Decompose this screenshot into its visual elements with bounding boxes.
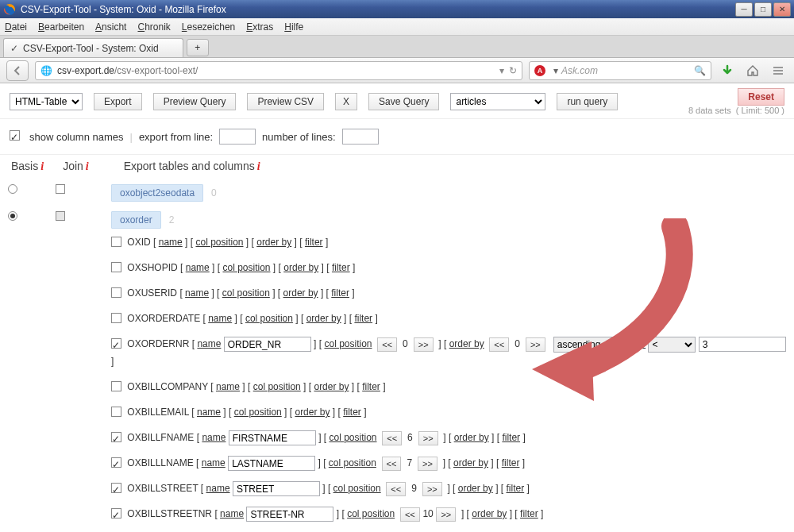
home-icon[interactable]	[743, 61, 762, 80]
menu-item[interactable]: Hilfe	[284, 21, 303, 33]
menu-bar: Datei Bearbeiten Ansicht Chronik Lesezei…	[0, 18, 794, 36]
menu-item[interactable]: Chronik	[137, 21, 170, 33]
search-icon[interactable]: 🔍	[694, 65, 706, 76]
chevron-down-icon[interactable]: ▾	[553, 65, 558, 76]
back-button[interactable]	[6, 60, 29, 81]
tab-bar: ✓ CSV-Export-Tool - System: Oxid +	[0, 36, 794, 58]
browser-tab[interactable]: ✓ CSV-Export-Tool - System: Oxid	[3, 38, 183, 57]
window-close-button[interactable]: ✕	[773, 2, 791, 17]
arrow-left-icon	[12, 65, 23, 76]
bookmarks-icon[interactable]	[769, 61, 788, 80]
url-path: /csv-export-tool-ext/	[114, 65, 198, 76]
window-title: CSV-Export-Tool - System: Oxid - Mozilla…	[21, 4, 226, 15]
svg-rect-3	[773, 73, 783, 75]
search-placeholder: Ask.com	[561, 65, 598, 76]
firefox-icon	[3, 3, 16, 16]
window-titlebar: CSV-Export-Tool - System: Oxid - Mozilla…	[0, 0, 794, 18]
globe-icon: 🌐	[40, 65, 52, 76]
window-maximize-button[interactable]: □	[754, 2, 772, 17]
new-tab-button[interactable]: +	[187, 39, 209, 56]
url-bar[interactable]: 🌐 csv-export.de/csv-export-tool-ext/ ▾ ↻	[35, 61, 522, 80]
svg-rect-1	[773, 67, 783, 68]
search-bar[interactable]: A ▾ Ask.com 🔍	[529, 61, 711, 80]
window-minimize-button[interactable]: ─	[735, 2, 753, 17]
menu-item[interactable]: Extras	[246, 21, 273, 33]
check-icon: ✓	[10, 43, 18, 54]
download-icon[interactable]	[718, 61, 737, 80]
menu-item[interactable]: Bearbeiten	[38, 21, 84, 33]
svg-rect-2	[773, 70, 783, 71]
nav-toolbar: 🌐 csv-export.de/csv-export-tool-ext/ ▾ ↻…	[0, 58, 794, 83]
ask-icon: A	[534, 65, 545, 76]
dropdown-icon[interactable]: ▾	[499, 65, 504, 76]
tab-title: CSV-Export-Tool - System: Oxid	[23, 43, 159, 54]
menu-item[interactable]: Datei	[5, 21, 27, 33]
menu-item[interactable]: Ansicht	[95, 21, 126, 33]
menu-item[interactable]: Lesezeichen	[182, 21, 235, 33]
url-host: csv-export.de	[57, 65, 114, 76]
reload-icon[interactable]: ↻	[509, 65, 517, 76]
